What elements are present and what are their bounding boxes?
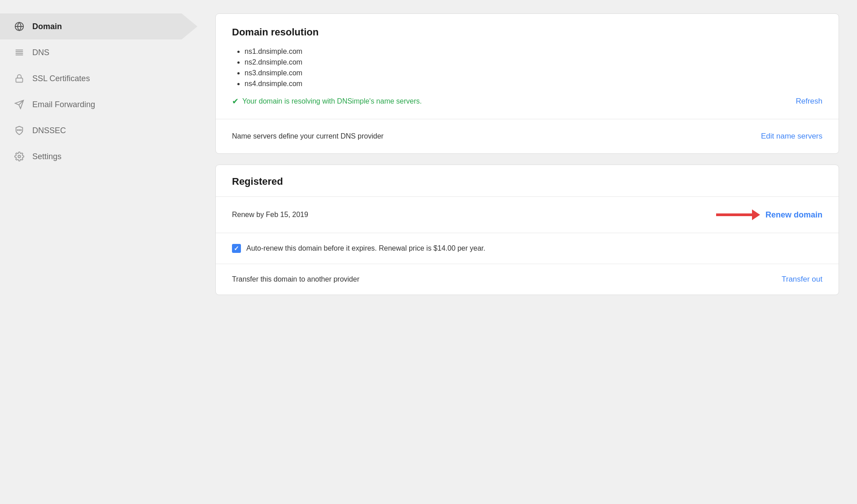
main-content: Domain resolution ns1.dnsimple.com ns2.d… (197, 0, 857, 504)
auto-renew-label: Auto-renew this domain before it expires… (246, 244, 485, 252)
sidebar-item-email-forwarding[interactable]: Email Forwarding (0, 91, 197, 117)
sidebar-item-dns[interactable]: DNS (0, 39, 197, 65)
name-server-description: Name servers define your current DNS pro… (232, 132, 384, 140)
sidebar-item-ssl-label: SSL Certificates (32, 74, 90, 83)
sidebar-item-dns-label: DNS (32, 48, 49, 57)
registered-card: Registered Renew by Feb 15, 2019 Renew d… (215, 165, 839, 295)
registered-header: Registered (216, 165, 839, 197)
nameserver-2: ns2.dnsimple.com (245, 57, 822, 68)
sidebar-item-domain[interactable]: Domain (0, 13, 197, 39)
sidebar-item-settings-label: Settings (32, 152, 61, 161)
renew-right: Renew domain (716, 209, 822, 220)
svg-point-9 (18, 129, 20, 131)
nameserver-3: ns3.dnsimple.com (245, 68, 822, 78)
shield-icon (13, 126, 25, 135)
nameserver-4: ns4.dnsimple.com (245, 78, 822, 89)
sidebar: Domain DNS SSL Certificates (0, 0, 197, 504)
globe-icon (13, 22, 25, 31)
sidebar-item-settings[interactable]: Settings (0, 143, 197, 169)
domain-resolution-title: Domain resolution (232, 26, 822, 38)
svg-point-12 (18, 155, 21, 158)
resolution-status: ✔ Your domain is resolving with DNSimple… (232, 96, 422, 106)
svg-point-10 (17, 129, 19, 131)
sidebar-item-dnssec[interactable]: DNSSEC (0, 117, 197, 143)
red-arrow-body (716, 213, 752, 216)
auto-renew-row: Auto-renew this domain before it expires… (216, 233, 839, 264)
lock-icon (13, 74, 25, 83)
paper-plane-icon (13, 100, 25, 109)
refresh-button[interactable]: Refresh (796, 97, 822, 106)
registered-title: Registered (232, 176, 822, 187)
domain-resolution-card: Domain resolution ns1.dnsimple.com ns2.d… (215, 13, 839, 154)
red-arrow-head (752, 209, 760, 220)
resolution-status-row: ✔ Your domain is resolving with DNSimple… (232, 96, 822, 106)
svg-rect-6 (16, 78, 23, 82)
transfer-row: Transfer this domain to another provider… (216, 264, 839, 295)
name-server-row: Name servers define your current DNS pro… (232, 132, 822, 141)
sidebar-item-dnssec-label: DNSSEC (32, 126, 66, 135)
dns-icon (13, 48, 25, 57)
renew-domain-button[interactable]: Renew domain (765, 210, 822, 220)
renew-by-date: Renew by Feb 15, 2019 (232, 211, 308, 219)
red-arrow (716, 209, 760, 220)
nameserver-list: ns1.dnsimple.com ns2.dnsimple.com ns3.dn… (232, 46, 822, 89)
resolution-status-text: Your domain is resolving with DNSimple's… (242, 97, 422, 105)
checkmark-icon: ✔ (232, 96, 239, 106)
domain-resolution-section: Domain resolution ns1.dnsimple.com ns2.d… (216, 14, 839, 119)
sidebar-item-ssl[interactable]: SSL Certificates (0, 65, 197, 91)
sidebar-item-domain-label: Domain (32, 22, 62, 31)
renew-row: Renew by Feb 15, 2019 Renew domain (216, 197, 839, 233)
gear-icon (13, 152, 25, 161)
name-server-description-section: Name servers define your current DNS pro… (216, 119, 839, 153)
transfer-out-button[interactable]: Transfer out (782, 275, 822, 284)
auto-renew-checkbox[interactable] (232, 244, 241, 253)
nameserver-1: ns1.dnsimple.com (245, 46, 822, 57)
sidebar-item-email-forwarding-label: Email Forwarding (32, 100, 95, 109)
transfer-description: Transfer this domain to another provider (232, 275, 359, 283)
edit-name-servers-button[interactable]: Edit name servers (761, 132, 822, 141)
svg-point-11 (20, 129, 22, 131)
